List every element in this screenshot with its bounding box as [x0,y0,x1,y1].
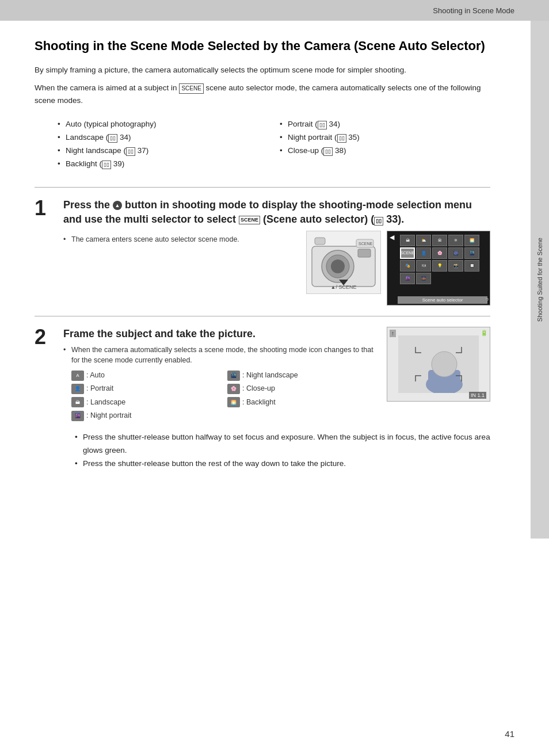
viewfinder-image: ↑ 🔋 [387,327,490,402]
svg-point-12 [432,352,457,377]
night-landscape-label: : Night landscape [242,369,298,381]
grid-row-2: SCENE 👤 🌸 🎆 🌃 [400,247,487,259]
svg-point-3 [331,259,345,273]
grid-cell: 🎆 [448,247,463,259]
grid-cell: 🏔 [400,235,415,246]
grid-cell: 🌅 [464,235,479,246]
list-item-night-portrait: Night portrait (▯▯ 35) [280,131,490,144]
page-number: 41 [505,729,514,739]
footer-bullet-2: Press the shutter-release button the res… [75,457,490,471]
step-2-content: Frame the subject and take the picture. … [63,327,490,477]
icon-portrait: 👤 : Portrait [71,383,222,395]
camera-svg: SCENE [309,235,378,289]
divider-1 [35,187,490,188]
footer-bullet-1: Press the shutter-release button halfway… [75,431,490,457]
grid-cell: 📸 [448,260,463,272]
portrait-label: : Portrait [86,383,113,395]
landscape-label: : Landscape [86,396,125,408]
auto-icon: A [71,371,84,381]
scene-modes-list: Auto (typical photography) Landscape (▯▯… [46,112,490,177]
backlight-label: : Backlight [242,396,276,408]
night-landscape-icon: 🌃 [227,371,240,381]
grid-cell: 🎭 [400,260,415,272]
step-2-section: 2 Frame the subject and take the picture… [35,327,490,477]
main-content: Shooting in the Scene Mode Selected by t… [0,21,531,504]
portrait-icon: 👤 [71,384,84,394]
page-title: Shooting in the Scene Mode Selected by t… [35,38,490,55]
list-item-closeup: Close-up (▯▯ 38) [280,144,490,158]
grid-cell: 👤 [416,247,431,259]
side-tab-label: Shooting Suited for the Scene [536,238,543,322]
grid-cell: 🌸 [432,247,447,259]
grid-cell: ⛅ [416,235,431,246]
grid-cell: 🌉 [416,273,431,284]
list-item-auto: Auto (typical photography) [58,118,268,131]
grid-cell: 🍽 [416,260,431,272]
icon-auto: A : Auto [71,369,222,381]
step-1-section: 1 Press the ▲ button in shooting mode to… [35,198,490,305]
night-portrait-icon: 🌆 [71,411,84,421]
icon-night-landscape: 🌃 : Night landscape [227,369,378,381]
list-item-landscape: Landscape (▯▯ 34) [58,131,268,144]
step-1-number: 1 [35,198,52,219]
list-item-backlight: Backlight (▯▯ 39) [58,158,268,171]
closeup-icon: 🌸 [227,384,240,394]
intro-paragraph-2: When the camera is aimed at a subject in… [35,82,490,106]
step-1-title: Press the ▲ button in shooting mode to d… [63,198,490,227]
grid-cell: 🏛 [432,235,447,246]
help-icon: ? [485,297,489,304]
camera-label: ▲/ SCENE [331,284,357,290]
icon-closeup: 🌸 : Close-up [227,383,378,395]
auto-label: : Auto [86,369,105,381]
svg-text:SCENE: SCENE [359,242,372,246]
step-2-sub-bullet: When the camera automatically selects a … [63,345,378,366]
grid-cell-scene: SCENE [400,247,415,259]
step-2-number: 2 [35,327,52,348]
svg-rect-4 [315,238,325,245]
scene-icon: SCENE [239,216,260,224]
closeup-label: : Close-up [242,383,275,395]
scene-menu-image: ◀ 🏔 ⛅ 🏛 ❄ 🌅 SCENE 👤 🌸 [387,231,490,306]
scene-auto-icon: SCENE [179,83,203,94]
icon-landscape: 🏔 : Landscape [71,396,222,408]
icons-grid: A : Auto 🌃 : Night landscape 👤 : Portrai… [71,369,378,422]
divider-2 [35,316,490,316]
grid-row-1: 🏔 ⛅ 🏛 ❄ 🌅 [400,235,487,246]
icon-night-portrait: 🌆 : Night portrait [71,410,222,422]
camera-image: SCENE ▲/ SCENE [306,231,381,294]
grid-row-4: 🌆 🌉 [400,273,487,284]
bullet-list-left: Auto (typical photography) Landscape (▯▯… [58,118,268,171]
grid-cell: ❄ [448,235,463,246]
grid-cell: 🌆 [400,273,415,284]
scene-auto-label: Scene auto selector [398,296,487,304]
viewfinder-svg [398,335,479,393]
viewfinder-scene-icon: ↑ [390,330,396,337]
step-1-content: Press the ▲ button in shooting mode to d… [63,198,490,305]
list-item-night-landscape: Night landscape (▯▯ 37) [58,144,268,158]
step-2-title: Frame the subject and take the picture. [63,327,378,341]
svg-rect-6 [358,249,371,257]
left-arrow: ◀ [390,234,394,241]
viewfinder-bottom-indicator: IN 1.1 [469,392,486,399]
landscape-icon: 🏔 [71,397,84,407]
scene-icon-grid: 🏔 ⛅ 🏛 ❄ 🌅 SCENE 👤 🌸 🎆 🌃 [400,235,487,284]
step-1-sub-bullet: The camera enters scene auto selector sc… [63,234,300,245]
header-bar: Shooting in Scene Mode [0,0,549,21]
night-portrait-label: : Night portrait [86,410,132,422]
list-item-portrait: Portrait (▯▯ 34) [280,118,490,131]
camera-button-icon: ▲ [113,201,122,210]
step-1-images: The camera enters scene auto selector sc… [63,231,490,306]
intro-paragraph-1: By simply framing a picture, the camera … [35,64,490,77]
bullet-list-right: Portrait (▯▯ 34) Night portrait (▯▯ 35) … [280,118,490,171]
step-2-footer-list: Press the shutter-release button halfway… [75,431,490,471]
grid-cell: 💡 [432,260,447,272]
header-title: Shooting in Scene Mode [433,6,514,15]
step-2-text: Frame the subject and take the picture. … [63,327,378,426]
step-2-inner: Frame the subject and take the picture. … [63,327,490,426]
grid-cell: 🔲 [464,260,479,272]
icon-backlight: 🌅 : Backlight [227,396,378,408]
step-1-text-area: The camera enters scene auto selector sc… [63,231,300,245]
side-tab: Shooting Suited for the Scene [531,21,549,539]
viewfinder-battery-icon: 🔋 [481,330,487,336]
backlight-icon: 🌅 [227,397,240,407]
